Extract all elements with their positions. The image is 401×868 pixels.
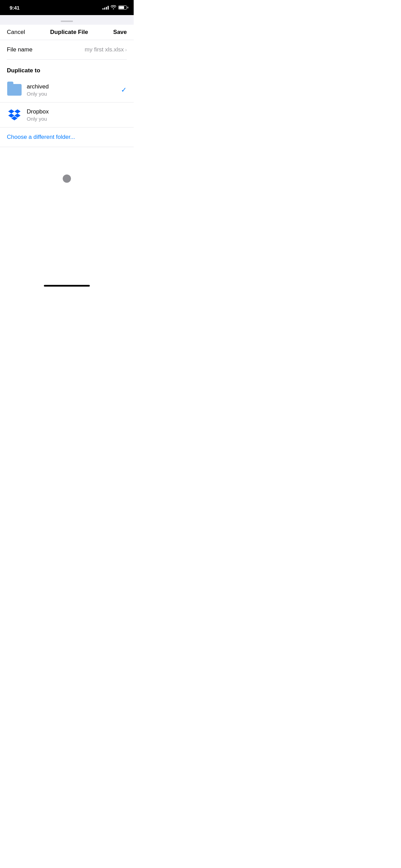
folder-icon-wrapper	[7, 82, 22, 97]
folder-name-dropbox: Dropbox	[27, 108, 127, 115]
home-indicator	[44, 285, 90, 287]
file-name-value: my first xls.xlsx ›	[85, 46, 127, 53]
duplicate-to-title: Duplicate to	[7, 67, 40, 74]
file-name-section: File name my first xls.xlsx ›	[0, 40, 134, 60]
file-name-label: File name	[7, 46, 33, 53]
folder-item-dropbox[interactable]: Dropbox Only you	[0, 103, 134, 128]
choose-folder-text[interactable]: Choose a different folder...	[7, 134, 75, 140]
save-button[interactable]: Save	[113, 29, 127, 36]
choose-different-folder[interactable]: Choose a different folder...	[0, 128, 134, 147]
nav-title: Duplicate File	[50, 29, 88, 36]
folder-list: archived Only you ✓ Dropbox Only you	[0, 77, 134, 128]
folder-info-dropbox: Dropbox Only you	[27, 108, 127, 122]
status-time: 9:41	[10, 5, 20, 11]
status-icons	[102, 5, 127, 10]
sheet-handle-area	[0, 15, 134, 25]
checkmark-icon: ✓	[121, 86, 127, 94]
file-name-text: my first xls.xlsx	[85, 46, 124, 53]
signal-icon	[102, 5, 109, 10]
file-name-row[interactable]: File name my first xls.xlsx ›	[7, 40, 127, 60]
folder-icon	[7, 84, 22, 96]
chevron-right-icon: ›	[125, 47, 127, 52]
folder-subtitle-dropbox: Only you	[27, 116, 127, 122]
battery-icon	[118, 5, 127, 10]
loading-dot	[63, 174, 71, 183]
wifi-icon	[111, 5, 116, 10]
folder-name-archived: archived	[27, 83, 121, 90]
folder-info-archived: archived Only you	[27, 83, 121, 97]
dropbox-icon-wrapper	[7, 107, 22, 122]
loading-area	[0, 147, 134, 210]
sheet-handle	[61, 21, 73, 22]
nav-bar: Cancel Duplicate File Save	[0, 25, 134, 40]
status-bar: 9:41	[0, 0, 134, 15]
folder-item-archived[interactable]: archived Only you ✓	[0, 77, 134, 103]
duplicate-to-header: Duplicate to	[0, 60, 134, 77]
folder-subtitle-archived: Only you	[27, 91, 121, 97]
cancel-button[interactable]: Cancel	[7, 29, 25, 36]
dropbox-icon	[8, 109, 21, 121]
